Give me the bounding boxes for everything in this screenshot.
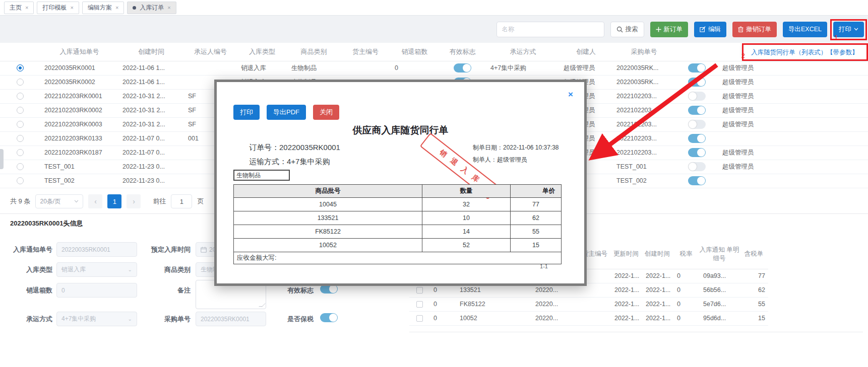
tab-3[interactable]: 入库订单× [127, 2, 176, 14]
edit-button-label: 编辑 [708, 25, 721, 34]
row-radio-button[interactable] [17, 163, 24, 170]
export-excel-button[interactable]: 导出EXCEL [783, 22, 827, 37]
valid-flag-label: 有效标志 [276, 286, 314, 295]
modal-print-button[interactable]: 打印 [233, 105, 260, 120]
edit-button[interactable]: 编辑 [694, 22, 726, 37]
orders-table-header-row: 入库通知单号创建时间承运人编号入库类型商品类别货主编号销退箱数有效标志承运方式创… [0, 43, 868, 61]
row-checkbox[interactable] [416, 287, 423, 293]
drawer-handle[interactable] [0, 149, 4, 169]
row-toggle-switch[interactable] [688, 148, 706, 157]
carry-mode-select[interactable]: 4+7集中采购⌄ [56, 312, 137, 326]
orders-column-header: 采购单号 [612, 43, 675, 61]
row-toggle-switch[interactable] [688, 63, 706, 72]
modal-export-pdf-button[interactable]: 导出PDF [267, 105, 306, 120]
purchase-no-field[interactable]: 20220035RK0001 [196, 312, 266, 326]
purchase-no-label: 采购单号 [145, 315, 191, 324]
table-cell: 95d6d... [699, 311, 739, 325]
document-table-cell: 14 [422, 225, 511, 239]
storage-type-label: 入库类型 [7, 265, 52, 274]
search-input[interactable] [497, 22, 604, 37]
return-boxes-field[interactable]: 0 [56, 283, 137, 298]
table-cell: 2022-11-06 1... [118, 75, 184, 89]
tab-label: 入库订单 [140, 4, 164, 12]
toggle-cell [675, 61, 718, 75]
row-toggle-switch[interactable] [688, 120, 706, 129]
row-toggle-switch[interactable] [688, 106, 706, 115]
search-button[interactable]: 搜索 [610, 22, 644, 37]
row-toggle-switch[interactable] [688, 162, 706, 171]
bonded-toggle[interactable] [320, 313, 338, 322]
table-cell: 0 [429, 311, 456, 325]
detail-table-row[interactable]: 01005220220...2022-1...2022-1...095d6d..… [409, 311, 768, 325]
current-page-button[interactable]: 1 [107, 194, 121, 208]
modal-close-button[interactable]: 关闭 [313, 105, 339, 120]
annotation-step-1: 1 [834, 34, 838, 41]
tab-close-icon[interactable]: × [167, 5, 170, 11]
print-menu-item[interactable]: 入库随货同行单（列表式）【带参数】 [742, 45, 867, 59]
row-radio-button[interactable] [17, 149, 24, 156]
row-radio-button[interactable] [17, 107, 24, 114]
row-radio-button[interactable] [17, 93, 24, 100]
row-select-cell [0, 75, 40, 89]
table-row[interactable]: 20220035RK00012022-11-06 1...销退入库生物制品04+… [0, 61, 868, 75]
notice-no-field[interactable]: 20220035RK0001 [56, 242, 137, 257]
total-count-label: 共 9 条 [10, 197, 30, 206]
document-table-cell: 10045 [234, 198, 422, 211]
document-table-cell: 15 [511, 239, 562, 252]
remark-label: 备注 [145, 286, 191, 295]
row-select-cell [0, 145, 40, 160]
table-cell: 生物制品 [287, 61, 340, 75]
page-size-value: 20条/页 [40, 197, 60, 206]
row-radio-button[interactable] [17, 135, 24, 142]
table-cell: TEST_001 [40, 160, 118, 174]
goto-page-input[interactable] [171, 194, 192, 208]
prev-page-button[interactable]: ‹ [88, 194, 102, 208]
table-cell: 5e7d6... [699, 297, 739, 311]
cancel-order-button[interactable]: 撤销订单 [732, 22, 777, 37]
row-toggle-switch[interactable] [454, 63, 471, 72]
row-checkbox[interactable] [416, 315, 423, 322]
table-cell: 77 [739, 269, 768, 283]
tab-0[interactable]: 主页× [4, 2, 34, 14]
select-arrow-icon: ⌄ [128, 316, 132, 322]
row-toggle-switch[interactable] [688, 78, 706, 87]
print-button-label: 打印 [839, 25, 851, 34]
row-toggle-switch[interactable] [688, 176, 706, 185]
table-cell [579, 297, 610, 311]
tab-close-icon[interactable]: × [115, 5, 118, 11]
row-toggle-switch[interactable] [688, 92, 706, 101]
tab-close-icon[interactable]: × [25, 5, 28, 11]
amount-in-words-cell: 应收金额大写: [234, 252, 562, 264]
storage-type-select[interactable]: 销退入库⌄ [56, 262, 137, 277]
row-radio-button[interactable] [17, 177, 24, 184]
row-radio-button[interactable] [17, 79, 24, 86]
document-column-header: 商品批号 [234, 185, 422, 198]
app-window: 主页×打印模板×编辑方案×入库订单× 搜索 新订单 编辑 撤销订单 导出EXCE… [0, 0, 868, 367]
table-cell: 超级管理员 [718, 145, 799, 160]
table-cell: 20220035RK0002 [40, 75, 118, 89]
row-toggle-switch[interactable] [688, 134, 706, 143]
table-cell [799, 160, 868, 174]
document-column-header: 单价 [511, 185, 562, 198]
row-radio-button[interactable] [17, 121, 24, 128]
row-checkbox[interactable] [416, 301, 423, 308]
table-cell: 2022-10-31 2... [118, 117, 184, 131]
table-cell [799, 61, 868, 75]
active-tab-dot [133, 6, 136, 10]
next-page-button[interactable]: › [127, 194, 141, 208]
toolbar: 搜索 新订单 编辑 撤销订单 导出EXCEL 打印 1 [0, 16, 868, 43]
document-table-row: FK851221455 [234, 225, 562, 239]
row-radio-button[interactable] [17, 64, 24, 71]
detail-table-row[interactable]: 0FK8512220220...2022-1...2022-1...05e7d6… [409, 297, 768, 311]
table-cell: 超级管理员 [718, 117, 799, 131]
document-column-header: 数量 [422, 185, 511, 198]
new-order-button[interactable]: 新订单 [650, 22, 689, 37]
order-no-line: 订单号：20220035RK0001 [249, 143, 340, 153]
orders-column-header: 商品类别 [287, 43, 340, 61]
maker-line: 制单人：超级管理员 [473, 156, 527, 164]
page-size-select[interactable]: 20条/页 [35, 194, 83, 208]
tab-close-icon[interactable]: × [70, 5, 73, 11]
tab-2[interactable]: 编辑方案× [82, 2, 124, 14]
close-icon[interactable]: × [568, 90, 573, 99]
tab-1[interactable]: 打印模板× [37, 2, 79, 14]
